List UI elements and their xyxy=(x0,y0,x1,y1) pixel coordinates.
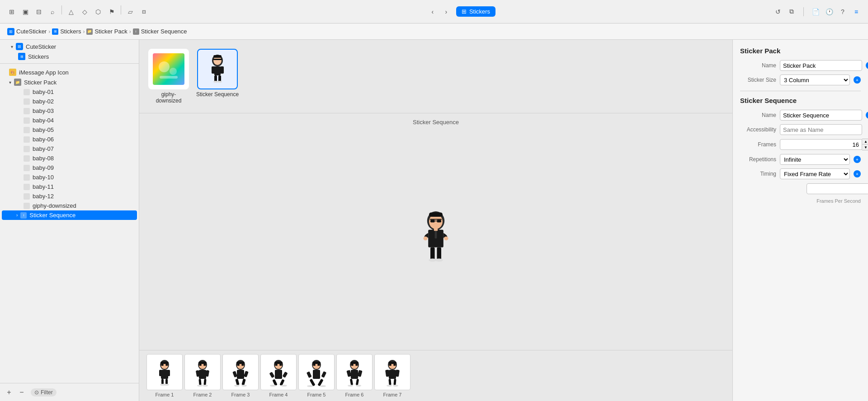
frame-item-7[interactable]: Frame 7 xyxy=(374,354,410,397)
filter-btn[interactable]: ⊙ Filter xyxy=(31,388,57,396)
sticker-giphy-thumb[interactable] xyxy=(148,49,189,89)
sidebar-item-baby01[interactable]: baby-01 xyxy=(2,87,137,97)
rep-add-btn[interactable]: + xyxy=(854,156,861,163)
nav-back-btn[interactable]: ‹ xyxy=(426,5,439,18)
device-icon[interactable]: ▱ xyxy=(124,5,137,18)
sidebar-item-imessage[interactable]: 🎨 iMessage App Icon xyxy=(2,67,137,77)
svg-rect-10 xyxy=(220,66,224,74)
svg-point-90 xyxy=(320,385,326,387)
sidebar-baby01-label: baby-01 xyxy=(33,89,54,95)
sidebar-item-baby09[interactable]: baby-09 xyxy=(2,163,137,173)
frames-input[interactable] xyxy=(780,139,862,150)
fps-input[interactable] xyxy=(807,183,868,194)
sidebar-item-giphy[interactable]: giphy-downsized xyxy=(2,201,137,210)
sticker-sequence-thumb[interactable] xyxy=(197,49,238,89)
seq-name-input[interactable] xyxy=(780,110,862,121)
frame-label-6: Frame 6 xyxy=(345,392,364,397)
stickers-tab[interactable]: ⊞ Stickers xyxy=(456,6,495,17)
lines-icon[interactable]: ≡ xyxy=(850,5,863,18)
pack-chevron-down-icon: ▾ xyxy=(9,80,11,85)
nav-forward-btn[interactable]: › xyxy=(440,5,453,18)
baby09-icon xyxy=(24,165,30,171)
frame-thumb-3[interactable] xyxy=(222,354,259,390)
expand-icon[interactable]: ⧉ xyxy=(785,5,798,18)
breadcrumb-sticker-pack[interactable]: 📁 Sticker Pack xyxy=(86,28,127,35)
frames-down-btn[interactable]: ▼ xyxy=(862,145,868,150)
sidebar-item-baby08[interactable]: baby-08 xyxy=(2,154,137,163)
sticker-giphy[interactable]: giphy-downsized xyxy=(148,49,189,104)
sidebar-baby06-label: baby-06 xyxy=(33,136,54,143)
breadcrumb-cutesticker[interactable]: CuteSticker xyxy=(16,28,47,35)
size-add-btn[interactable]: + xyxy=(854,76,861,84)
search-icon[interactable]: ⌕ xyxy=(46,5,59,18)
frame-item-6[interactable]: Frame 6 xyxy=(336,354,373,397)
frame-thumb-7[interactable] xyxy=(374,354,410,390)
sidebar-item-stickers[interactable]: ⊞ Stickers xyxy=(5,51,133,61)
sticker-sequence[interactable]: Sticker Sequence xyxy=(196,49,239,104)
frame-item-1[interactable]: Frame 1 xyxy=(146,354,183,397)
flag-icon[interactable]: ⚑ xyxy=(105,5,118,18)
seq-name-add-btn[interactable]: + xyxy=(866,112,868,119)
accessibility-input[interactable] xyxy=(780,124,862,135)
clock-icon[interactable]: 🕐 xyxy=(823,5,835,18)
frame-item-5[interactable]: Frame 5 xyxy=(298,354,335,397)
sidebar-item-baby11[interactable]: baby-11 xyxy=(2,182,137,191)
add-btn[interactable]: + xyxy=(4,387,14,398)
stickers-tab-label: Stickers xyxy=(469,8,490,15)
refresh-icon[interactable]: ↺ xyxy=(772,5,784,18)
sequence-chevron-icon: › xyxy=(16,213,18,218)
frame-thumb-5[interactable] xyxy=(298,354,335,390)
diamond-icon[interactable]: ◇ xyxy=(78,5,91,18)
sidebar-content: 🎨 iMessage App Icon ▾ 📁 Sticker Pack bab… xyxy=(0,64,139,383)
sidebar-item-baby02[interactable]: baby-02 xyxy=(2,97,137,106)
name-add-btn[interactable]: + xyxy=(866,62,868,69)
sidebar-item-baby10[interactable]: baby-10 xyxy=(2,173,137,182)
svg-rect-33 xyxy=(160,362,169,364)
frame-thumb-1[interactable] xyxy=(146,354,183,390)
sidebar-item-baby07[interactable]: baby-07 xyxy=(2,144,137,154)
frame-item-2[interactable]: Frame 2 xyxy=(184,354,221,397)
help-icon[interactable]: ? xyxy=(836,5,849,18)
accessibility-row: Accessibility xyxy=(740,124,861,135)
frame-thumb-6[interactable] xyxy=(336,354,373,390)
sidebar-item-baby06[interactable]: baby-06 xyxy=(2,135,137,144)
frame-item-4[interactable]: Frame 4 xyxy=(260,354,297,397)
baby07-icon xyxy=(24,146,30,152)
frame-item-3[interactable]: Frame 3 xyxy=(222,354,259,397)
sidebar-item-baby12[interactable]: baby-12 xyxy=(2,191,137,201)
breadcrumb-stickers[interactable]: ⊞ Stickers xyxy=(52,28,81,35)
grid2-icon[interactable]: ⧈ xyxy=(137,5,150,18)
sidebar-baby03-label: baby-03 xyxy=(33,107,54,114)
sidebar-item-pack[interactable]: ▾ 📁 Sticker Pack xyxy=(2,77,137,87)
doc-icon[interactable]: 📄 xyxy=(809,5,822,18)
frame-thumb-2[interactable] xyxy=(184,354,221,390)
timing-add-btn[interactable]: + xyxy=(854,170,861,177)
size-row: Sticker Size 3 Column Small Medium Large… xyxy=(740,75,861,85)
timing-select[interactable]: Fixed Frame Rate Variable Frame Rate xyxy=(780,168,850,179)
frame-thumb-4[interactable] xyxy=(260,354,297,390)
svg-rect-88 xyxy=(317,378,323,386)
warning-icon[interactable]: △ xyxy=(65,5,77,18)
grid-icon[interactable]: ⊞ xyxy=(5,5,18,18)
layout-icon[interactable]: ⊟ xyxy=(33,5,45,18)
svg-rect-46 xyxy=(199,364,202,366)
badge-icon[interactable]: ⬡ xyxy=(92,5,104,18)
fps-label: Frames Per Second xyxy=(740,198,861,204)
breadcrumb-sequence[interactable]: i Sticker Sequence xyxy=(133,28,187,35)
timing-row: Timing Fixed Frame Rate Variable Frame R… xyxy=(740,168,861,179)
sidebar-item-baby05[interactable]: baby-05 xyxy=(2,125,137,135)
sidebar-item-sequence[interactable]: › i Sticker Sequence xyxy=(2,210,137,220)
giphy-icon xyxy=(24,203,30,209)
size-select[interactable]: 3 Column Small Medium Large xyxy=(780,75,850,85)
remove-btn[interactable]: − xyxy=(16,387,27,398)
repetitions-select[interactable]: Infinite Once Custom xyxy=(780,154,850,165)
box-icon[interactable]: ▣ xyxy=(19,5,32,18)
svg-rect-59 xyxy=(241,364,244,366)
sidebar-item-cutesticker[interactable]: ▾ ⊞ CuteSticker xyxy=(5,42,133,51)
sidebar-item-baby03[interactable]: baby-03 xyxy=(2,106,137,116)
frames-up-btn[interactable]: ▲ xyxy=(862,139,868,145)
sidebar-item-baby04[interactable]: baby-04 xyxy=(2,116,137,125)
name-input[interactable] xyxy=(780,60,862,71)
baby04-icon xyxy=(24,117,30,124)
sidebar-footer: + − ⊙ Filter xyxy=(0,383,139,401)
